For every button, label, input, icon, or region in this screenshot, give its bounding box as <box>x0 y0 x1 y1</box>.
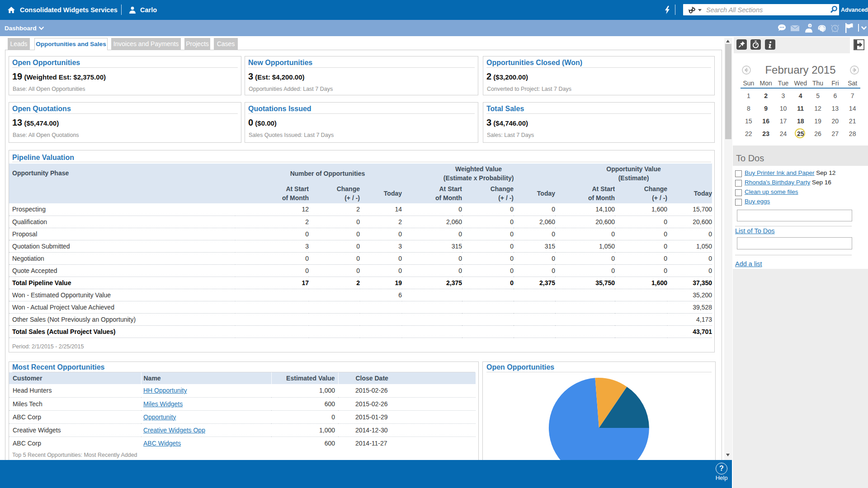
svg-text:?: ? <box>809 24 811 28</box>
